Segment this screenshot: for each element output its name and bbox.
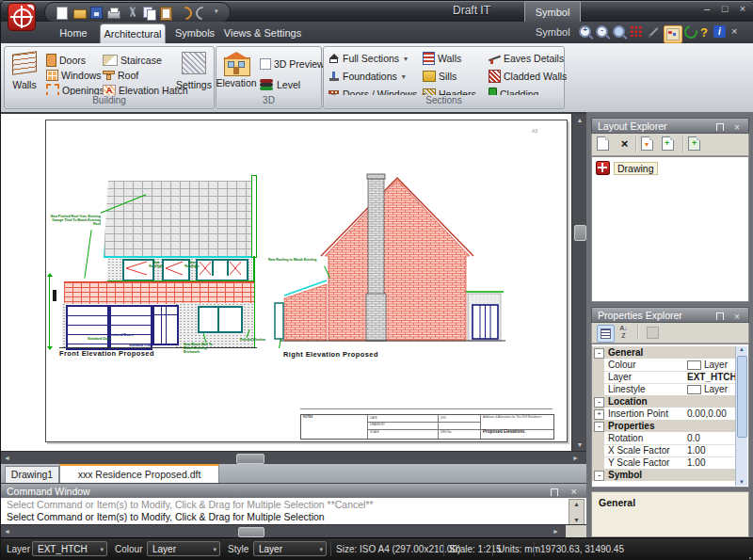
3d-preview-checkbox[interactable]: 3D Preview	[260, 57, 325, 71]
delete-layout-icon[interactable]: ×	[617, 136, 633, 152]
tab-architectural[interactable]: Architectural	[100, 24, 166, 44]
save-icon[interactable]	[90, 7, 104, 19]
properties-scrollbar[interactable]: ▲ ▼	[735, 346, 747, 486]
property-row-rotation[interactable]: Rotation0.0	[592, 432, 737, 445]
properties-scroll-thumb[interactable]	[737, 356, 747, 438]
linestyle-swatch[interactable]	[687, 385, 701, 394]
ribbon-group-building: Walls Doors Windows Openings Staircase R…	[4, 46, 215, 109]
property-row-linestyle[interactable]: LinestyleLayer	[592, 383, 737, 396]
property-row-x-scale[interactable]: X Scale Factor1.00	[592, 444, 737, 457]
elevation-button[interactable]: Elevation	[218, 50, 254, 88]
cladded-walls-button[interactable]: Cladded Walls	[489, 70, 567, 83]
print-icon[interactable]	[107, 7, 120, 19]
level-button[interactable]: Level	[260, 78, 300, 91]
scroll-down-icon[interactable]: ▼	[572, 441, 587, 448]
sketch-mode-icon-active[interactable]	[664, 25, 682, 43]
group-label-building: Building	[6, 95, 213, 107]
category-properties[interactable]: -Properties	[592, 420, 737, 432]
scroll-down-icon[interactable]: ▼	[736, 479, 747, 485]
draw-line-icon[interactable]	[647, 25, 662, 40]
new-file-icon[interactable]	[56, 7, 70, 19]
command-scroll-thumb[interactable]	[238, 527, 264, 537]
layout-item-drawing[interactable]: Drawing	[596, 161, 658, 175]
qat-overflow-icon[interactable]: ▾	[215, 8, 218, 15]
full-sections-button[interactable]: Full Sections▾	[328, 52, 408, 65]
eaves-details-button[interactable]: Eaves Details	[489, 52, 564, 65]
doors-button[interactable]: Doors	[46, 54, 86, 67]
windows-button[interactable]: Windows	[46, 69, 102, 82]
command-window-body[interactable]: Select Command or Item(s) to Modify, Cli…	[1, 498, 586, 525]
canvas-vertical-scrollbar[interactable]: ▲ ▼	[571, 114, 587, 451]
contextual-tab-symbol[interactable]: Symbol	[524, 1, 581, 23]
staircase-button[interactable]: Staircase	[103, 54, 162, 67]
drawing-canvas[interactable]: Front Elevation Proposed Right Elevation…	[1, 114, 571, 451]
app-logo-icon[interactable]	[8, 3, 36, 31]
layout-explorer-body[interactable]: Drawing	[591, 156, 749, 302]
panel-close-icon[interactable]: ×	[731, 25, 746, 40]
scroll-up-icon[interactable]: ▲	[736, 346, 747, 352]
scroll-right-icon[interactable]: ►	[572, 455, 579, 461]
status-style-dropdown[interactable]: Layer▾	[253, 541, 327, 556]
refresh-icon[interactable]	[684, 25, 699, 40]
sills-button[interactable]: Sills	[423, 70, 457, 83]
scroll-right-icon[interactable]: ►	[553, 528, 559, 535]
scroll-left-icon[interactable]: ◄	[4, 455, 10, 461]
redo-icon[interactable]	[196, 7, 209, 19]
roof-button[interactable]: Roof	[103, 69, 138, 82]
resize-grip[interactable]	[749, 557, 751, 559]
status-colour-dropdown[interactable]: Layer▾	[147, 541, 220, 556]
colour-swatch[interactable]	[687, 360, 701, 370]
command-vertical-scrollbar[interactable]: ▲ ▼	[569, 499, 585, 525]
new-layout-icon[interactable]	[597, 136, 613, 152]
import-layout-icon[interactable]: ▾	[641, 136, 657, 152]
property-row-colour[interactable]: ColourLayer	[592, 359, 737, 372]
snap-grid-icon[interactable]	[630, 25, 645, 40]
paste-layout-icon[interactable]: +	[688, 136, 704, 152]
category-symbol[interactable]: -Symbol	[592, 469, 737, 481]
settings-button[interactable]: Settings	[176, 50, 212, 90]
zoom-extents-icon[interactable]	[613, 25, 628, 40]
status-layer-dropdown[interactable]: EXT_HTCH▾	[32, 541, 107, 556]
vertical-scroll-thumb[interactable]	[574, 225, 586, 241]
tab-home[interactable]: Home	[48, 24, 99, 43]
scroll-up-icon[interactable]: ▲	[569, 501, 584, 507]
foundations-button[interactable]: Foundations▾	[328, 70, 406, 83]
front-brick-band	[64, 281, 254, 304]
pin-icon[interactable]	[551, 488, 558, 496]
command-close-icon[interactable]: ×	[571, 484, 577, 499]
scroll-up-icon[interactable]: ▲	[572, 117, 587, 123]
undo-icon[interactable]	[179, 7, 192, 19]
minimize-button[interactable]: –	[699, 3, 714, 16]
open-folder-icon[interactable]	[73, 7, 87, 19]
category-location[interactable]: -Location	[592, 395, 737, 408]
doc-tab-drawing1[interactable]: Drawing1	[5, 466, 59, 484]
maximize-button[interactable]: □	[717, 3, 732, 16]
scroll-down-icon[interactable]: ▼	[569, 517, 584, 523]
doc-tab-residence[interactable]: xxx Residence Proposed.dft	[59, 464, 219, 485]
right-elevation-title: Right Elevation Proposed	[283, 350, 378, 359]
refresh-layout-icon[interactable]: +	[662, 136, 678, 152]
tab-views-settings[interactable]: Views & Settings	[223, 24, 302, 43]
info-icon[interactable]: i	[713, 25, 726, 38]
scroll-left-icon[interactable]: ◄	[4, 528, 10, 535]
category-general[interactable]: -General	[592, 346, 737, 359]
zoom-out-icon[interactable]: -	[596, 25, 611, 40]
pin-icon[interactable]	[716, 312, 724, 320]
tab-symbols[interactable]: Symbols	[168, 24, 221, 43]
zoom-in-icon[interactable]: +	[579, 25, 594, 40]
close-button[interactable]: ×	[735, 3, 750, 16]
sections-walls-button[interactable]: Walls	[423, 52, 461, 65]
copy-icon[interactable]	[143, 7, 156, 19]
property-row-layer[interactable]: LayerEXT_HTCH	[592, 371, 737, 384]
categorized-view-icon[interactable]	[597, 325, 615, 343]
cut-icon[interactable]	[126, 7, 139, 19]
paste-icon[interactable]	[160, 7, 173, 19]
pin-icon[interactable]	[716, 123, 724, 131]
command-horizontal-scrollbar[interactable]: ◄ ►	[1, 524, 586, 538]
horizontal-scroll-thumb[interactable]	[236, 454, 264, 464]
property-row-y-scale[interactable]: Y Scale Factor1.00	[592, 456, 737, 470]
sort-az-icon[interactable]: A↓Z	[616, 325, 632, 341]
canvas-horizontal-scrollbar[interactable]: ◄ ►	[1, 451, 586, 465]
walls-button[interactable]: Walls	[7, 50, 42, 90]
property-row-insertion-point[interactable]: +Insertion Point0.00,0.00	[592, 408, 737, 421]
